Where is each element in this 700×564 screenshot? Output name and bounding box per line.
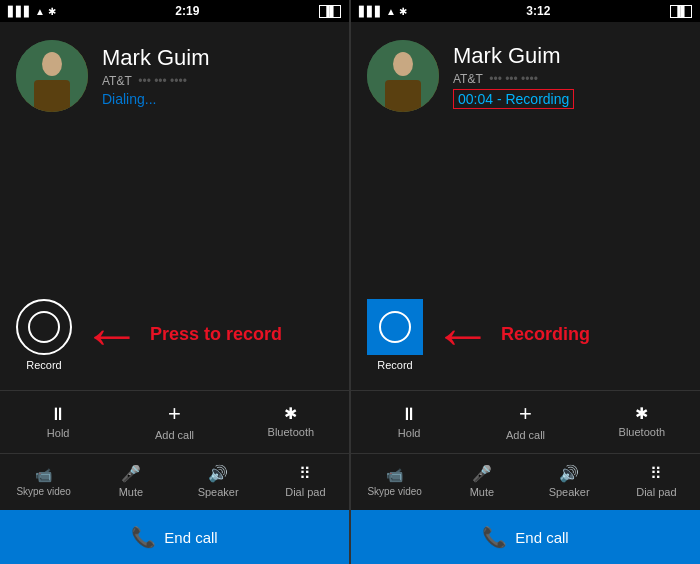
contact-section-2: Mark Guim AT&T ••• ••• •••• 00:04 - Reco…	[351, 22, 700, 122]
dial-pad-label-1: Dial pad	[285, 486, 325, 498]
contact-name-2: Mark Guim	[453, 43, 574, 69]
speaker-btn-1[interactable]: 🔊 Speaker	[175, 453, 262, 510]
contact-name-1: Mark Guim	[102, 45, 210, 71]
contact-status-1: Dialing...	[102, 91, 210, 107]
end-call-icon-2: 📞	[482, 525, 507, 549]
battery-icon-1: ▐▌	[319, 5, 341, 18]
press-label-2: Recording	[501, 324, 590, 346]
skype-video-icon-1: 📹	[35, 468, 52, 482]
hold-label-2: Hold	[398, 427, 421, 439]
signal-icon-2: ▋▋▋	[359, 6, 383, 17]
add-call-label-1: Add call	[155, 429, 194, 441]
svg-rect-3	[34, 80, 70, 112]
time-2: 3:12	[526, 4, 550, 18]
mute-icon-2: 🎤	[472, 466, 492, 482]
dial-pad-icon-2: ⠿	[650, 466, 662, 482]
hold-btn-2[interactable]: ⏸ Hold	[351, 390, 467, 453]
add-call-btn-2[interactable]: + Add call	[467, 390, 583, 453]
controls-row1-2: ⏸ Hold + Add call ✱ Bluetooth	[351, 390, 700, 453]
contact-carrier-1: AT&T ••• ••• ••••	[102, 74, 210, 88]
avatar-image-1	[16, 40, 88, 112]
hold-icon-2: ⏸	[400, 405, 418, 423]
svg-point-5	[393, 52, 413, 76]
record-btn-inner-2	[379, 311, 411, 343]
status-left-2: ▋▋▋ ▲ ✱	[359, 6, 407, 17]
bluetooth-label-2: Bluetooth	[619, 426, 665, 438]
contact-info-2: Mark Guim AT&T ••• ••• •••• 00:04 - Reco…	[453, 43, 574, 109]
bluetooth-btn-1[interactable]: ✱ Bluetooth	[233, 390, 349, 453]
speaker-label-2: Speaker	[549, 486, 590, 498]
record-col-1: Record	[16, 299, 72, 371]
mute-btn-1[interactable]: 🎤 Mute	[87, 453, 174, 510]
end-call-icon-1: 📞	[131, 525, 156, 549]
mute-label-1: Mute	[119, 486, 143, 498]
hold-btn-1[interactable]: ⏸ Hold	[0, 390, 116, 453]
skype-video-icon-2: 📹	[386, 468, 403, 482]
svg-point-1	[42, 52, 62, 76]
bluetooth-btn-2[interactable]: ✱ Bluetooth	[584, 390, 700, 453]
mute-btn-2[interactable]: 🎤 Mute	[438, 453, 525, 510]
contact-info-1: Mark Guim AT&T ••• ••• •••• Dialing...	[102, 45, 210, 107]
bluetooth-label-1: Bluetooth	[268, 426, 314, 438]
call-controls-2: Record ← Recording ⏸ Hold + Add call ✱ B…	[351, 122, 700, 510]
record-col-2: Record	[367, 299, 423, 371]
add-call-icon-1: +	[168, 403, 181, 425]
bt-icon-1: ✱	[48, 6, 56, 17]
record-btn-inner-1	[28, 311, 60, 343]
speaker-btn-2[interactable]: 🔊 Speaker	[526, 453, 613, 510]
skype-video-btn-2[interactable]: 📹 Skype video	[351, 453, 438, 510]
add-call-btn-1[interactable]: + Add call	[116, 390, 232, 453]
record-button-1[interactable]	[16, 299, 72, 355]
dial-pad-btn-1[interactable]: ⠿ Dial pad	[262, 453, 349, 510]
svg-rect-7	[385, 80, 421, 112]
call-controls-1: Record ← Press to record ⏸ Hold + Add ca…	[0, 122, 349, 510]
status-right-1: ▐▌	[319, 5, 341, 18]
dial-pad-icon-1: ⠿	[299, 466, 311, 482]
mute-icon-1: 🎤	[121, 466, 141, 482]
dial-pad-btn-2[interactable]: ⠿ Dial pad	[613, 453, 700, 510]
controls-row2-2: 📹 Skype video 🎤 Mute 🔊 Speaker ⠿ Dial pa…	[351, 453, 700, 510]
record-section-2: Record ← Recording	[351, 290, 700, 380]
arrow-area-2: ← Recording	[423, 305, 684, 365]
speaker-icon-1: 🔊	[208, 466, 228, 482]
bluetooth-icon-1: ✱	[284, 406, 297, 422]
end-call-label-1: End call	[164, 529, 217, 546]
avatar-1	[16, 40, 88, 112]
status-bar-1: ▋▋▋ ▲ ✱ 2:19 ▐▌	[0, 0, 349, 22]
speaker-label-1: Speaker	[198, 486, 239, 498]
contact-section-1: Mark Guim AT&T ••• ••• •••• Dialing...	[0, 22, 349, 122]
status-left-1: ▋▋▋ ▲ ✱	[8, 6, 56, 17]
arrow-icon-1: ←	[82, 305, 142, 365]
wifi-icon-2: ▲	[386, 6, 396, 17]
status-bar-2: ▋▋▋ ▲ ✱ 3:12 ▐▌	[351, 0, 700, 22]
status-right-2: ▐▌	[670, 5, 692, 18]
signal-icon-1: ▋▋▋	[8, 6, 32, 17]
record-section-1: Record ← Press to record	[0, 290, 349, 380]
end-call-bar-2[interactable]: 📞 End call	[351, 510, 700, 564]
avatar-svg-2	[367, 40, 439, 112]
hold-icon-1: ⏸	[49, 405, 67, 423]
bt-icon-2: ✱	[399, 6, 407, 17]
contact-carrier-2: AT&T ••• ••• ••••	[453, 72, 574, 86]
record-label-1: Record	[26, 359, 61, 371]
controls-row1-1: ⏸ Hold + Add call ✱ Bluetooth	[0, 390, 349, 453]
avatar-2	[367, 40, 439, 112]
end-call-label-2: End call	[515, 529, 568, 546]
contact-status-2: 00:04 - Recording	[453, 89, 574, 109]
add-call-icon-2: +	[519, 403, 532, 425]
skype-video-label-2: Skype video	[367, 486, 421, 497]
record-button-2[interactable]	[367, 299, 423, 355]
wifi-icon-1: ▲	[35, 6, 45, 17]
battery-icon-2: ▐▌	[670, 5, 692, 18]
add-call-label-2: Add call	[506, 429, 545, 441]
record-label-2: Record	[377, 359, 412, 371]
avatar-image-2	[367, 40, 439, 112]
skype-video-btn-1[interactable]: 📹 Skype video	[0, 453, 87, 510]
time-1: 2:19	[175, 4, 199, 18]
speaker-icon-2: 🔊	[559, 466, 579, 482]
end-call-bar-1[interactable]: 📞 End call	[0, 510, 349, 564]
avatar-svg-1	[16, 40, 88, 112]
screen-recording: ▋▋▋ ▲ ✱ 3:12 ▐▌ Mark Guim AT&T •	[350, 0, 700, 564]
arrow-area-1: ← Press to record	[72, 305, 333, 365]
dial-pad-label-2: Dial pad	[636, 486, 676, 498]
